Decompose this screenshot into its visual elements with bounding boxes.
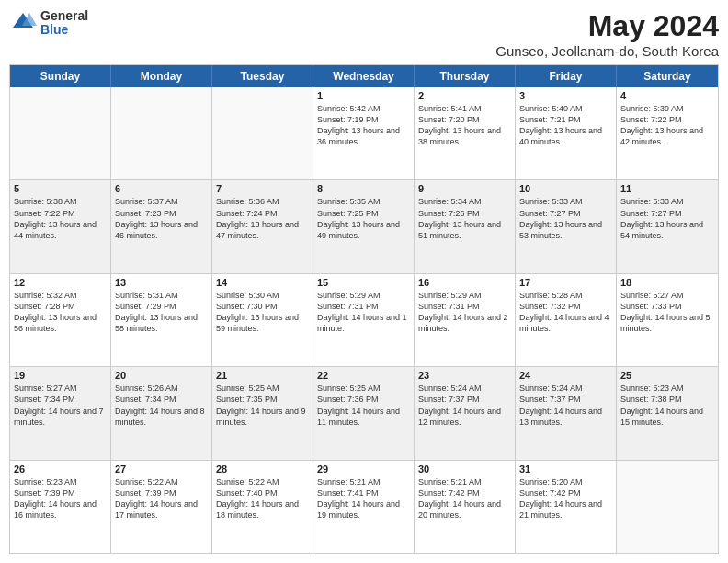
- day-header-monday: Monday: [111, 65, 212, 87]
- day-number: 15: [317, 277, 410, 288]
- day-cell-25: 25Sunrise: 5:23 AMSunset: 7:38 PMDayligh…: [617, 367, 718, 459]
- day-cell-21: 21Sunrise: 5:25 AMSunset: 7:35 PMDayligh…: [212, 367, 313, 459]
- day-number: 14: [216, 277, 309, 288]
- day-info: Sunrise: 5:31 AMSunset: 7:29 PMDaylight:…: [115, 290, 208, 335]
- day-info: Sunrise: 5:42 AMSunset: 7:19 PMDaylight:…: [317, 103, 410, 148]
- logo-general-label: General: [40, 9, 88, 23]
- day-info: Sunrise: 5:32 AMSunset: 7:28 PMDaylight:…: [14, 290, 107, 335]
- day-cell-15: 15Sunrise: 5:29 AMSunset: 7:31 PMDayligh…: [313, 274, 415, 366]
- day-info: Sunrise: 5:24 AMSunset: 7:37 PMDaylight:…: [519, 383, 612, 428]
- day-info: Sunrise: 5:30 AMSunset: 7:30 PMDaylight:…: [216, 290, 309, 335]
- page-header: General Blue May 2024 Gunseo, Jeollanam-…: [9, 9, 719, 59]
- logo-text: General Blue: [40, 9, 88, 38]
- calendar-row-1: 5Sunrise: 5:38 AMSunset: 7:22 PMDaylight…: [10, 180, 718, 273]
- logo-blue-label: Blue: [40, 23, 88, 37]
- location-subtitle: Gunseo, Jeollanam-do, South Korea: [495, 43, 719, 59]
- day-number: 30: [418, 464, 511, 475]
- day-info: Sunrise: 5:37 AMSunset: 7:23 PMDaylight:…: [115, 196, 208, 241]
- day-number: 4: [620, 90, 714, 101]
- day-info: Sunrise: 5:23 AMSunset: 7:39 PMDaylight:…: [14, 477, 107, 522]
- day-cell-29: 29Sunrise: 5:21 AMSunset: 7:41 PMDayligh…: [313, 461, 415, 553]
- day-info: Sunrise: 5:29 AMSunset: 7:31 PMDaylight:…: [317, 290, 410, 335]
- empty-cell: [617, 461, 718, 553]
- day-cell-18: 18Sunrise: 5:27 AMSunset: 7:33 PMDayligh…: [617, 274, 718, 366]
- day-info: Sunrise: 5:20 AMSunset: 7:42 PMDaylight:…: [519, 477, 612, 522]
- day-info: Sunrise: 5:39 AMSunset: 7:22 PMDaylight:…: [620, 103, 714, 148]
- day-number: 2: [418, 90, 511, 101]
- empty-cell: [111, 87, 212, 179]
- day-info: Sunrise: 5:22 AMSunset: 7:39 PMDaylight:…: [115, 477, 208, 522]
- day-info: Sunrise: 5:25 AMSunset: 7:36 PMDaylight:…: [317, 383, 410, 428]
- day-header-saturday: Saturday: [617, 65, 718, 87]
- day-info: Sunrise: 5:34 AMSunset: 7:26 PMDaylight:…: [418, 196, 511, 241]
- day-number: 10: [519, 183, 612, 194]
- calendar-row-2: 12Sunrise: 5:32 AMSunset: 7:28 PMDayligh…: [10, 274, 718, 367]
- day-number: 18: [620, 277, 714, 288]
- day-number: 6: [115, 183, 208, 194]
- day-info: Sunrise: 5:38 AMSunset: 7:22 PMDaylight:…: [14, 196, 107, 241]
- day-cell-24: 24Sunrise: 5:24 AMSunset: 7:37 PMDayligh…: [516, 367, 617, 459]
- day-number: 12: [14, 277, 107, 288]
- day-cell-8: 8Sunrise: 5:35 AMSunset: 7:25 PMDaylight…: [313, 180, 415, 272]
- day-number: 26: [14, 464, 107, 475]
- calendar-row-4: 26Sunrise: 5:23 AMSunset: 7:39 PMDayligh…: [10, 461, 718, 553]
- day-number: 19: [14, 370, 107, 381]
- day-header-wednesday: Wednesday: [313, 65, 415, 87]
- day-number: 17: [519, 277, 612, 288]
- title-block: May 2024 Gunseo, Jeollanam-do, South Kor…: [495, 9, 719, 59]
- day-number: 24: [519, 370, 612, 381]
- day-cell-20: 20Sunrise: 5:26 AMSunset: 7:34 PMDayligh…: [111, 367, 212, 459]
- month-title: May 2024: [495, 9, 719, 43]
- day-cell-16: 16Sunrise: 5:29 AMSunset: 7:31 PMDayligh…: [415, 274, 516, 366]
- day-info: Sunrise: 5:40 AMSunset: 7:21 PMDaylight:…: [519, 103, 612, 148]
- day-info: Sunrise: 5:21 AMSunset: 7:42 PMDaylight:…: [418, 477, 511, 522]
- day-number: 13: [115, 277, 208, 288]
- day-cell-9: 9Sunrise: 5:34 AMSunset: 7:26 PMDaylight…: [415, 180, 516, 272]
- day-cell-5: 5Sunrise: 5:38 AMSunset: 7:22 PMDaylight…: [10, 180, 111, 272]
- day-info: Sunrise: 5:35 AMSunset: 7:25 PMDaylight:…: [317, 196, 410, 241]
- calendar: SundayMondayTuesdayWednesdayThursdayFrid…: [9, 64, 719, 554]
- day-number: 23: [418, 370, 511, 381]
- calendar-body: 1Sunrise: 5:42 AMSunset: 7:19 PMDaylight…: [10, 87, 718, 553]
- day-info: Sunrise: 5:24 AMSunset: 7:37 PMDaylight:…: [418, 383, 511, 428]
- day-number: 1: [317, 90, 410, 101]
- day-cell-26: 26Sunrise: 5:23 AMSunset: 7:39 PMDayligh…: [10, 461, 111, 553]
- logo: General Blue: [9, 9, 88, 38]
- day-info: Sunrise: 5:28 AMSunset: 7:32 PMDaylight:…: [519, 290, 612, 335]
- day-header-tuesday: Tuesday: [212, 65, 313, 87]
- day-cell-13: 13Sunrise: 5:31 AMSunset: 7:29 PMDayligh…: [111, 274, 212, 366]
- day-number: 3: [519, 90, 612, 101]
- day-number: 29: [317, 464, 410, 475]
- day-header-friday: Friday: [516, 65, 617, 87]
- day-cell-4: 4Sunrise: 5:39 AMSunset: 7:22 PMDaylight…: [617, 87, 718, 179]
- day-number: 22: [317, 370, 410, 381]
- day-header-thursday: Thursday: [415, 65, 516, 87]
- day-header-sunday: Sunday: [10, 65, 111, 87]
- day-info: Sunrise: 5:26 AMSunset: 7:34 PMDaylight:…: [115, 383, 208, 428]
- day-cell-14: 14Sunrise: 5:30 AMSunset: 7:30 PMDayligh…: [212, 274, 313, 366]
- empty-cell: [212, 87, 313, 179]
- day-cell-6: 6Sunrise: 5:37 AMSunset: 7:23 PMDaylight…: [111, 180, 212, 272]
- day-cell-10: 10Sunrise: 5:33 AMSunset: 7:27 PMDayligh…: [516, 180, 617, 272]
- day-info: Sunrise: 5:23 AMSunset: 7:38 PMDaylight:…: [620, 383, 714, 428]
- day-cell-2: 2Sunrise: 5:41 AMSunset: 7:20 PMDaylight…: [415, 87, 516, 179]
- day-cell-1: 1Sunrise: 5:42 AMSunset: 7:19 PMDaylight…: [313, 87, 415, 179]
- logo-icon: [9, 9, 37, 37]
- day-cell-22: 22Sunrise: 5:25 AMSunset: 7:36 PMDayligh…: [313, 367, 415, 459]
- day-cell-3: 3Sunrise: 5:40 AMSunset: 7:21 PMDaylight…: [516, 87, 617, 179]
- empty-cell: [10, 87, 111, 179]
- day-cell-28: 28Sunrise: 5:22 AMSunset: 7:40 PMDayligh…: [212, 461, 313, 553]
- day-cell-17: 17Sunrise: 5:28 AMSunset: 7:32 PMDayligh…: [516, 274, 617, 366]
- day-cell-19: 19Sunrise: 5:27 AMSunset: 7:34 PMDayligh…: [10, 367, 111, 459]
- day-info: Sunrise: 5:33 AMSunset: 7:27 PMDaylight:…: [620, 196, 714, 241]
- day-number: 9: [418, 183, 511, 194]
- day-cell-11: 11Sunrise: 5:33 AMSunset: 7:27 PMDayligh…: [617, 180, 718, 272]
- calendar-header-row: SundayMondayTuesdayWednesdayThursdayFrid…: [10, 65, 718, 87]
- day-number: 11: [620, 183, 714, 194]
- day-cell-31: 31Sunrise: 5:20 AMSunset: 7:42 PMDayligh…: [516, 461, 617, 553]
- day-number: 27: [115, 464, 208, 475]
- day-cell-7: 7Sunrise: 5:36 AMSunset: 7:24 PMDaylight…: [212, 180, 313, 272]
- day-info: Sunrise: 5:25 AMSunset: 7:35 PMDaylight:…: [216, 383, 309, 428]
- day-number: 16: [418, 277, 511, 288]
- day-number: 8: [317, 183, 410, 194]
